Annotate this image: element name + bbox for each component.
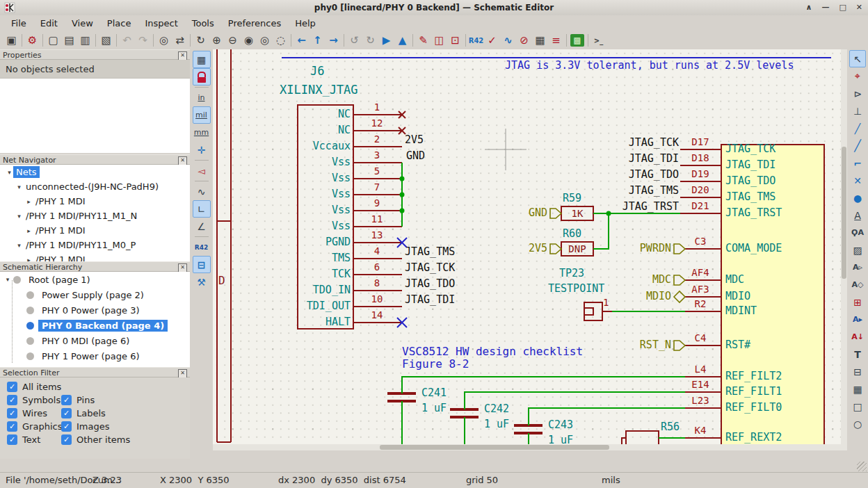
checkbox-checked-icon[interactable]: ✓ — [7, 382, 17, 392]
net-tree-label[interactable]: Nets — [13, 166, 40, 178]
window-maximize-button[interactable]: □ — [839, 1, 846, 15]
rotate-ccw-icon[interactable]: ↺ — [346, 33, 362, 48]
net-tree-item[interactable]: ▾ unconnected-(J9H-NC-PadH9) — [0, 179, 190, 194]
paste-icon[interactable]: ▧ — [98, 33, 114, 48]
hierarchy-label[interactable]: Root (page 1) — [25, 274, 94, 286]
resistor-reference[interactable]: R56 — [661, 421, 680, 433]
edit-symbol-fields-icon[interactable]: ✎ — [415, 33, 431, 48]
net-label[interactable]: JTAG_TDI — [568, 153, 679, 165]
window-shade-button[interactable]: ∧ — [805, 1, 812, 15]
net-label[interactable]: JTAG_TMS — [405, 246, 455, 258]
show-op-points-icon[interactable]: ∿ — [193, 183, 211, 200]
redo-icon[interactable]: ↷ — [135, 33, 151, 48]
menu-place[interactable]: Place — [100, 17, 138, 30]
hierarchy-label[interactable]: PHY 0 Power (page 3) — [38, 304, 143, 316]
hierarchy-item-power-supply[interactable]: Power Supply (page 2) — [0, 287, 190, 302]
window-minimize-button[interactable]: — — [821, 1, 829, 15]
refresh-icon[interactable]: ↻ — [193, 33, 209, 48]
checkbox-checked-icon[interactable]: ✓ — [61, 395, 72, 405]
hierarchy-label[interactable]: PHY 1 Power (page 6) — [38, 350, 143, 362]
expand-arrow-icon[interactable]: ▸ — [25, 198, 33, 205]
filter-labels[interactable]: ✓ Labels — [61, 408, 106, 418]
net-tree-label[interactable]: unconnected-(J9H-NC-PadH9) — [23, 181, 161, 193]
draw-wire-icon[interactable]: ╱ — [849, 120, 866, 137]
hierarchical-sheet-icon[interactable]: ⊞ — [849, 293, 866, 311]
window-close-button[interactable]: ✕ — [856, 1, 862, 15]
hierarchy-label-selected[interactable]: PHY 0 Backend (page 4) — [38, 320, 168, 332]
menu-tools[interactable]: Tools — [185, 17, 221, 30]
crosshair-style-icon[interactable]: ✛ — [193, 141, 211, 158]
net-label[interactable]: 2V5 — [405, 134, 424, 146]
snap-overrides-lock-icon[interactable] — [193, 68, 211, 86]
save-icon[interactable]: ▣ — [3, 33, 19, 48]
checkbox-checked-icon[interactable]: ✓ — [61, 421, 72, 432]
capacitor-reference[interactable]: C242 — [484, 403, 509, 415]
canvas-horizontal-scrollbar[interactable] — [213, 444, 841, 450]
filter-text[interactable]: ✓ Text — [7, 434, 40, 445]
menu-file[interactable]: File — [4, 17, 33, 30]
hierarchy-item-phy1-power[interactable]: PHY 1 Power (page 6) — [0, 348, 190, 364]
hierarchy-item-phy0-power[interactable]: PHY 0 Power (page 3) — [0, 302, 190, 318]
menu-view[interactable]: View — [65, 17, 100, 30]
checkbox-checked-icon[interactable]: ✓ — [7, 395, 17, 405]
bom-icon[interactable]: ≡ — [548, 33, 564, 48]
properties-panel-toggle-icon[interactable]: ⚒ — [193, 273, 211, 291]
netclass-directive-icon[interactable]: ϘA — [849, 224, 866, 241]
testpoint-reference[interactable]: TP23 — [559, 268, 584, 279]
open-pcb-editor-icon[interactable]: ▩ — [570, 34, 584, 47]
net-label[interactable]: JTAG_TDI — [405, 294, 455, 306]
hierarchy-item-phy0-backend[interactable]: PHY 0 Backend (page 4) — [0, 318, 190, 333]
expand-arrow-icon[interactable]: ▾ — [15, 213, 23, 220]
net-label[interactable]: JTAG_TCK — [568, 137, 679, 149]
new-sheet-icon[interactable]: ▢ — [45, 33, 61, 48]
sheet-pin-icon[interactable]: A↓ — [849, 328, 866, 345]
net-tree-item[interactable]: ▸ /PHY 1 MDI — [0, 194, 190, 209]
nav-up-icon[interactable]: ↑ — [310, 33, 326, 48]
draw-bus-icon[interactable]: ╱ — [849, 137, 866, 154]
erc-icon[interactable]: ✓ — [484, 33, 500, 48]
testpoint-value[interactable]: TESTPOINT — [548, 283, 604, 295]
resistor-value[interactable]: DNP — [561, 244, 593, 254]
find-icon[interactable]: ◎ — [156, 33, 172, 48]
units-mils-button[interactable]: mil — [193, 106, 211, 124]
hierarchy-label[interactable]: Power Supply (page 2) — [38, 289, 147, 301]
window-resize-grip[interactable] — [857, 462, 867, 471]
junction-icon[interactable]: ● — [849, 189, 866, 206]
angle-45-wire-mode-icon[interactable]: ∠ — [193, 218, 211, 235]
assign-footprints-icon[interactable]: ⊡ — [447, 33, 463, 48]
global-label-rst-n[interactable]: RST_N — [561, 339, 671, 351]
menu-inspect[interactable]: Inspect — [138, 17, 184, 30]
expand-arrow-icon[interactable]: ▾ — [6, 169, 13, 176]
expand-arrow-icon[interactable]: ▸ — [25, 227, 33, 234]
nav-forward-icon[interactable]: → — [326, 33, 341, 48]
net-label[interactable]: JTAG_TDO — [405, 278, 455, 290]
zoom-out-icon[interactable]: ⊖ — [225, 33, 241, 48]
net-tree-label[interactable]: /PHY 1 MDI — [33, 195, 88, 207]
net-tree-label[interactable]: /PHY 1 MDI/PHY11_M1_N — [23, 210, 140, 222]
hierarchy-navigator-icon[interactable]: ⊟ — [193, 256, 211, 273]
menu-preferences[interactable]: Preferences — [221, 17, 288, 30]
simulator-icon[interactable]: ∿ — [500, 33, 516, 48]
text-box-icon[interactable]: ⊟ — [849, 363, 866, 380]
browse-libraries-icon[interactable]: ◫ — [431, 33, 447, 48]
menu-help[interactable]: Help — [288, 17, 323, 30]
filter-graphics[interactable]: ✓ Graphics — [7, 421, 62, 432]
schematic-canvas[interactable]: JTAG is 3.3V tolerant, but runs at 2.5V … — [213, 49, 847, 450]
circle-icon[interactable]: ○ — [849, 415, 866, 432]
undo-icon[interactable]: ↶ — [119, 33, 135, 48]
zoom-fit-icon[interactable]: ◉ — [241, 33, 257, 48]
units-mm-button[interactable]: mm — [193, 124, 211, 141]
checkbox-checked-icon[interactable]: ✓ — [7, 434, 17, 445]
text-icon[interactable]: T — [849, 345, 866, 363]
net-tree-item[interactable]: ▾ /PHY 1 MDI/PHY11_M1_N — [0, 209, 190, 223]
net-label[interactable]: JTAG_TDO — [568, 169, 679, 181]
console-icon[interactable]: >_ — [590, 33, 606, 48]
grid-settings-icon[interactable]: ▦ — [193, 51, 211, 68]
net-tree-label[interactable]: /PHY 1 MDI/PHY11_M0_P — [23, 239, 138, 251]
filter-symbols[interactable]: ✓ Symbols — [7, 395, 61, 405]
checkbox-checked-icon[interactable]: ✓ — [7, 421, 17, 432]
hierarchy-item-root[interactable]: ▾ Root (page 1) — [0, 272, 190, 287]
hv-wire-mode-icon[interactable]: ∟ — [193, 200, 211, 218]
capacitor-reference[interactable]: C243 — [548, 419, 573, 431]
zoom-objects-icon[interactable]: ◎ — [257, 33, 273, 48]
